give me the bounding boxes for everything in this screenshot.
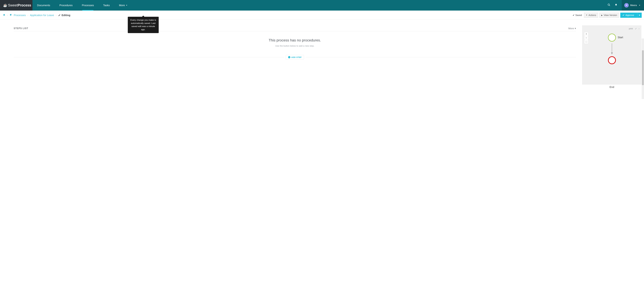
zoom-out-button[interactable]: − xyxy=(584,36,588,40)
breadcrumb-item[interactable]: Application for Leave xyxy=(30,14,54,17)
nav-label: Procedures xyxy=(60,4,72,7)
search-icon[interactable] xyxy=(608,3,610,7)
top-nav: ☕ SweetProcess Documents Procedures Proc… xyxy=(0,0,644,10)
tooltip-text: Every change you make is automatically s… xyxy=(130,19,156,31)
avatar-initial: M xyxy=(626,4,627,6)
nav-label: More xyxy=(119,4,125,7)
breadcrumb-processes[interactable]: Processes xyxy=(14,14,26,17)
steps-title: STEPS LIST xyxy=(14,27,28,30)
view-version-label: View Version xyxy=(604,14,617,16)
steps-empty: This process has no procedures. Use the … xyxy=(14,38,576,47)
breadcrumb-sep: › xyxy=(56,14,56,16)
user-name: Meera xyxy=(630,4,637,7)
breadcrumb-sep: › xyxy=(28,14,28,16)
caret-down-icon: ▾ xyxy=(639,14,640,16)
diagram-panel: print ⤢ › + − ⛶ Start End xyxy=(582,25,642,85)
chevron-down-icon: ▾ xyxy=(575,27,576,30)
user-menu[interactable]: M Meera ▼ xyxy=(622,0,644,10)
zoom-fit-button[interactable]: ⛶ xyxy=(584,40,588,44)
actions-button[interactable]: Actions xyxy=(584,13,598,18)
steps-more[interactable]: More ▾ xyxy=(568,27,576,30)
chevron-down-icon: ▼ xyxy=(639,4,640,6)
actions-label: Actions xyxy=(588,14,596,16)
brand-bold: Process xyxy=(18,3,31,7)
flow-arrow xyxy=(612,43,612,54)
brand-thin: Sweet xyxy=(8,3,18,7)
nav-processes[interactable]: Processes xyxy=(77,0,98,10)
nav-label: Documents xyxy=(37,4,50,7)
plus-icon: + xyxy=(288,56,290,58)
expand-icon[interactable]: ⤢ xyxy=(635,27,637,30)
zoom-in-button[interactable]: + xyxy=(584,32,588,36)
empty-heading: This process has no procedures. xyxy=(14,38,576,42)
sub-bar: › Processes › Application for Leave › Ed… xyxy=(0,10,644,20)
chevron-down-icon: ▼ xyxy=(126,4,128,6)
breadcrumb-editing: Editing xyxy=(58,14,70,17)
approve-split[interactable]: ▾ xyxy=(637,13,642,18)
chevron-right-icon[interactable]: › xyxy=(639,27,639,30)
editing-label: Editing xyxy=(62,14,70,17)
print-button[interactable]: print xyxy=(629,27,633,30)
bell-icon[interactable] xyxy=(615,3,617,7)
cup-icon: ☕ xyxy=(3,3,7,7)
diagram-toolbar: print ⤢ › xyxy=(629,27,639,30)
svg-line-1 xyxy=(609,5,610,6)
empty-sub: Use the button below to add a new step. xyxy=(14,45,576,47)
check-icon: ✔ xyxy=(622,14,624,16)
nav-more[interactable]: More ▼ xyxy=(114,0,132,10)
saved-label: Saved xyxy=(575,14,582,16)
svg-point-0 xyxy=(608,4,610,5)
nav-label: Processes xyxy=(82,4,94,7)
approve-button[interactable]: ✔ Approve ▾ xyxy=(620,13,642,18)
start-label: Start xyxy=(618,36,623,39)
view-version-button[interactable]: ▶ View Version xyxy=(599,13,619,18)
add-step-button[interactable]: + ADD STEP xyxy=(286,55,304,59)
saved-indicator[interactable]: ✔ Saved xyxy=(573,14,582,16)
end-node[interactable] xyxy=(608,56,616,64)
zoom-controls: + − ⛶ xyxy=(584,32,588,44)
avatar: M xyxy=(624,3,629,7)
breadcrumb-sep: › xyxy=(7,14,8,16)
play-icon: ▶ xyxy=(601,14,603,16)
start-node[interactable] xyxy=(608,34,616,41)
check-icon: ✔ xyxy=(573,14,574,16)
approve-label: Approve xyxy=(626,14,634,16)
flowchart: Start End xyxy=(608,34,616,64)
nav-label: Tasks xyxy=(103,4,110,7)
scrollbar-thumb[interactable] xyxy=(642,50,644,85)
nav-procedures[interactable]: Procedures xyxy=(55,0,77,10)
topnav-right: M Meera ▼ xyxy=(608,0,644,10)
saved-tooltip: Every change you make is automatically s… xyxy=(128,17,159,33)
pencil-icon xyxy=(58,14,60,16)
add-step-row: + ADD STEP xyxy=(14,55,576,59)
nav-tasks[interactable]: Tasks xyxy=(98,0,114,10)
end-label: End xyxy=(610,86,614,89)
main-nav: Documents Procedures Processes Tasks Mor… xyxy=(32,0,132,10)
processes-icon xyxy=(10,14,12,17)
breadcrumb: › Processes › Application for Leave › Ed… xyxy=(3,14,70,17)
body-area: STEPS LIST More ▾ This process has no pr… xyxy=(0,20,644,288)
brand-logo[interactable]: ☕ SweetProcess xyxy=(0,0,32,10)
bolt-icon xyxy=(586,14,588,16)
nav-documents[interactable]: Documents xyxy=(32,0,55,10)
subbar-actions: ✔ Saved Actions ▶ View Version ✔ Approve… xyxy=(573,13,642,18)
add-step-label: ADD STEP xyxy=(291,56,302,58)
steps-column: STEPS LIST More ▾ This process has no pr… xyxy=(0,20,582,288)
steps-header: STEPS LIST More ▾ xyxy=(14,27,576,31)
steps-more-label: More xyxy=(568,27,574,30)
home-icon[interactable] xyxy=(3,14,6,17)
